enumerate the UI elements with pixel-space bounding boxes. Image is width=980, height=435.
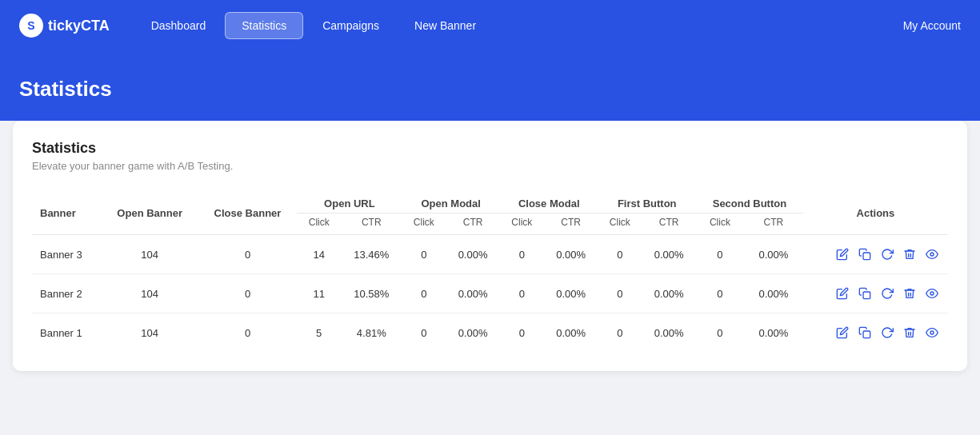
cell-close-banner: 0 [198, 313, 298, 353]
col-close-modal: Close Modal [500, 191, 598, 214]
col-second-button: Second Button [696, 191, 803, 214]
nav-dashboard[interactable]: Dashboard [135, 13, 222, 38]
cell-close-modal-ctr: 0.00% [544, 235, 598, 274]
cell-actions [803, 313, 948, 353]
content-area: Statistics Elevate your banner game with… [0, 121, 980, 435]
subh-open-url-click: Click [297, 214, 341, 235]
cell-second-btn-ctr: 0.00% [744, 313, 803, 353]
cell-first-btn-click: 0 [598, 313, 642, 353]
view-icon[interactable] [924, 246, 940, 262]
cell-second-btn-ctr: 0.00% [744, 235, 803, 274]
nav-statistics[interactable]: Statistics [225, 12, 303, 39]
svg-point-5 [930, 331, 934, 334]
card-subtitle: Elevate your banner game with A/B Testin… [32, 160, 948, 172]
cell-close-banner: 0 [198, 274, 298, 313]
subh-first-button-click: Click [598, 214, 642, 235]
cell-open-url-click: 11 [297, 274, 341, 313]
refresh-icon[interactable] [879, 246, 895, 262]
cell-close-modal-click: 0 [500, 274, 544, 313]
svg-rect-4 [863, 331, 870, 338]
cell-open-url-ctr: 13.46% [341, 235, 402, 274]
nav-new-banner[interactable]: New Banner [398, 13, 492, 38]
refresh-icon[interactable] [879, 285, 895, 301]
subh-open-modal-click: Click [402, 214, 446, 235]
edit-icon[interactable] [834, 246, 850, 262]
subh-open-modal-ctr: CTR [446, 214, 500, 235]
table-row: Banner 210401110.58%00.00%00.00%00.00%00… [32, 274, 948, 313]
table-row: Banner 310401413.46%00.00%00.00%00.00%00… [32, 235, 948, 274]
card-title: Statistics [32, 140, 948, 157]
subh-close-modal-ctr: CTR [544, 214, 598, 235]
edit-icon[interactable] [834, 325, 850, 341]
cell-banner: Banner 1 [32, 313, 102, 353]
navbar: S tickyCTA Dashboard Statistics Campaign… [0, 0, 980, 51]
cell-open-modal-click: 0 [402, 235, 446, 274]
delete-icon[interactable] [902, 285, 918, 301]
col-open-url: Open URL [297, 191, 402, 214]
cell-open-url-click: 14 [297, 235, 341, 274]
view-icon[interactable] [924, 325, 940, 341]
col-banner: Banner [32, 191, 102, 235]
refresh-icon[interactable] [879, 325, 895, 341]
col-actions: Actions [803, 191, 948, 235]
col-open-banner: Open Banner [102, 191, 198, 235]
cell-open-modal-ctr: 0.00% [446, 313, 500, 353]
nav-campaigns[interactable]: Campaigns [306, 13, 395, 38]
cell-actions [803, 274, 948, 313]
copy-icon[interactable] [857, 325, 873, 341]
cell-second-btn-click: 0 [696, 313, 744, 353]
col-first-button: First Button [598, 191, 696, 214]
col-close-banner: Close Banner [198, 191, 298, 235]
cell-close-modal-ctr: 0.00% [544, 313, 598, 353]
subh-first-button-ctr: CTR [642, 214, 696, 235]
cell-open-url-ctr: 4.81% [341, 313, 402, 353]
cell-close-modal-ctr: 0.00% [544, 274, 598, 313]
subh-second-button-click: Click [696, 214, 744, 235]
cell-first-btn-ctr: 0.00% [642, 274, 696, 313]
edit-icon[interactable] [834, 285, 850, 301]
cell-close-modal-click: 0 [500, 313, 544, 353]
cell-first-btn-click: 0 [598, 274, 642, 313]
cell-open-modal-ctr: 0.00% [446, 274, 500, 313]
table-row: Banner 1104054.81%00.00%00.00%00.00%00.0… [32, 313, 948, 353]
hero-title: Statistics [19, 77, 961, 102]
col-open-modal: Open Modal [402, 191, 500, 214]
cell-second-btn-ctr: 0.00% [744, 274, 803, 313]
subh-second-button-ctr: CTR [744, 214, 803, 235]
delete-icon[interactable] [902, 325, 918, 341]
cell-open-modal-click: 0 [402, 274, 446, 313]
cell-open-modal-click: 0 [402, 313, 446, 353]
cell-first-btn-ctr: 0.00% [642, 313, 696, 353]
brand-icon: S [19, 14, 43, 38]
statistics-table: Banner Open Banner Close Banner Open URL… [32, 191, 948, 352]
cell-open-banner: 104 [102, 313, 198, 353]
svg-rect-2 [863, 292, 870, 299]
cell-second-btn-click: 0 [696, 274, 744, 313]
copy-icon[interactable] [857, 285, 873, 301]
cell-banner: Banner 2 [32, 274, 102, 313]
svg-point-3 [930, 292, 934, 295]
cell-open-url-click: 5 [297, 313, 341, 353]
cell-actions [803, 235, 948, 274]
subh-close-modal-click: Click [500, 214, 544, 235]
svg-point-1 [930, 253, 934, 256]
statistics-card: Statistics Elevate your banner game with… [13, 121, 967, 371]
svg-rect-0 [863, 253, 870, 260]
cell-open-banner: 104 [102, 274, 198, 313]
cell-close-modal-click: 0 [500, 235, 544, 274]
cell-banner: Banner 3 [32, 235, 102, 274]
cell-open-banner: 104 [102, 235, 198, 274]
brand-name: tickyCTA [48, 18, 110, 34]
cell-close-banner: 0 [198, 235, 298, 274]
cell-first-btn-click: 0 [598, 235, 642, 274]
cell-open-url-ctr: 10.58% [341, 274, 402, 313]
brand-logo[interactable]: S tickyCTA [19, 14, 110, 38]
nav-account[interactable]: My Account [903, 19, 961, 32]
subh-open-url-ctr: CTR [341, 214, 402, 235]
delete-icon[interactable] [902, 246, 918, 262]
cell-second-btn-click: 0 [696, 235, 744, 274]
copy-icon[interactable] [857, 246, 873, 262]
view-icon[interactable] [924, 285, 940, 301]
nav-links: Dashboard Statistics Campaigns New Banne… [135, 12, 903, 39]
cell-first-btn-ctr: 0.00% [642, 235, 696, 274]
